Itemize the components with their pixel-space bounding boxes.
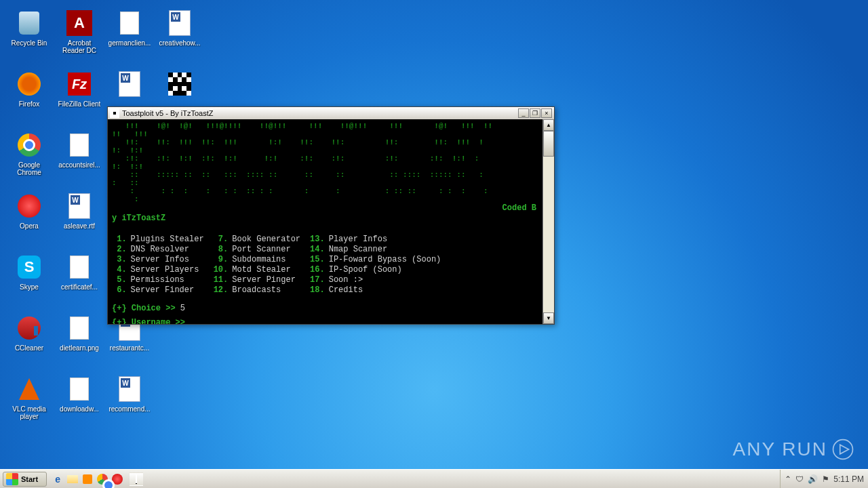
icon-filezilla[interactable]: FzFileZilla Client <box>54 68 104 129</box>
icon-firefox[interactable]: Firefox <box>4 68 54 129</box>
label: recommend... <box>108 405 150 413</box>
scroll-up-button[interactable]: ▲ <box>543 119 554 131</box>
menu-text: Server Finder <box>131 285 195 296</box>
menu-item: 1.Plugins Stealer <box>112 235 204 245</box>
choice-line: {+} Choice >> 5 <box>112 304 550 314</box>
scroll-thumb[interactable] <box>543 131 554 157</box>
ql-chrome[interactable] <box>96 472 109 486</box>
menu-text: DNS Resolver <box>131 245 189 255</box>
svg-marker-1 <box>840 445 849 454</box>
menu-text: Book Generator <box>232 235 300 245</box>
icon-vlc[interactable]: VLC media player <box>4 373 54 434</box>
ql-explorer[interactable] <box>66 472 79 486</box>
tray-flag-icon[interactable]: ⚑ <box>822 474 829 484</box>
menu-text: Nmap Scanner <box>329 245 387 255</box>
start-button[interactable]: Start <box>3 472 47 487</box>
file-icon <box>66 375 93 403</box>
menu-item: 16.IP-Spoof (Soon) <box>310 265 441 275</box>
label: dietlearn.png <box>60 344 99 352</box>
label: Skype <box>20 283 39 291</box>
scroll-track[interactable] <box>543 131 554 312</box>
play-icon <box>831 438 854 461</box>
file-icon <box>66 253 93 281</box>
menu-item: 6.Server Finder <box>112 285 204 296</box>
label: certificatef... <box>61 283 98 291</box>
menu-num: 10. <box>214 265 229 275</box>
watermark-text: ANY RUN <box>732 439 827 460</box>
ql-media[interactable] <box>81 472 94 486</box>
ql-ie[interactable]: e <box>51 472 64 486</box>
icon-creativehow[interactable]: creativehow... <box>155 7 205 68</box>
menu-item: 10.Motd Stealer <box>214 265 300 275</box>
icon-skype[interactable]: SSkype <box>4 251 54 312</box>
vlc-icon <box>16 375 43 403</box>
menu-text: Permissions <box>131 275 184 285</box>
firefox-icon <box>16 70 43 98</box>
ascii-art: !!! !@! !@! !!!@!!!! !!@!!! !!! !!@!!! !… <box>112 122 550 203</box>
acrobat-icon: A <box>66 9 93 37</box>
console-body[interactable]: !!! !@! !@! !!!@!!!! !!@!!! !!! !!@!!! !… <box>108 119 554 324</box>
menu-item: 12.Broadcasts <box>214 285 300 296</box>
scroll-down-button[interactable]: ▼ <box>543 312 554 324</box>
file-icon <box>116 9 143 37</box>
icon-opera[interactable]: Opera <box>4 190 54 251</box>
opera-icon <box>16 192 43 220</box>
username-line: {+} Username >> <box>112 318 550 324</box>
label: FileZilla Client <box>58 100 101 108</box>
tray-shield-icon[interactable]: 🛡 <box>795 474 804 484</box>
taskbar: Start e ⌃ 🛡 🔊 ⚑ 5:11 PM <box>0 469 868 488</box>
icon-ccleaner[interactable]: CCleaner <box>4 312 54 373</box>
menu-num: 17. <box>310 275 325 285</box>
icon-recommend[interactable]: recommend... <box>104 373 155 434</box>
maximize-button[interactable]: ❐ <box>530 108 540 118</box>
icon-downloadw[interactable]: downloadw... <box>54 373 104 434</box>
menu-num: 12. <box>214 285 229 296</box>
ccleaner-icon <box>16 314 43 342</box>
scrollbar[interactable]: ▲ ▼ <box>542 119 554 324</box>
windows-logo-icon <box>6 473 18 485</box>
icon-certificate[interactable]: certificatef... <box>54 251 104 312</box>
menu-num: 11. <box>214 275 229 285</box>
menu-item: 11.Server Pinger <box>214 275 300 285</box>
menu-text: Soon :> <box>329 275 363 285</box>
word-icon <box>166 9 193 37</box>
menu-item: 7.Book Generator <box>214 235 300 245</box>
menu-num: 16. <box>310 265 325 275</box>
author-tail: y iTzToastZ <box>112 214 550 224</box>
menu-text: Server Pinger <box>232 275 296 285</box>
icon-accounts[interactable]: accountsirel... <box>54 129 104 190</box>
menu-text: Broadcasts <box>232 285 281 296</box>
clock[interactable]: 5:11 PM <box>833 474 864 484</box>
icon-acrobat[interactable]: AAcrobat Reader DC <box>54 7 104 68</box>
menu-item: 4.Server Players <box>112 265 204 275</box>
icon-asleave[interactable]: asleave.rtf <box>54 190 104 251</box>
titlebar[interactable]: Toastploit v5 - By iTzToastZ _ ❐ × <box>108 107 554 119</box>
word-icon <box>116 375 143 403</box>
skype-icon: S <box>16 253 43 281</box>
close-button[interactable]: × <box>541 108 552 118</box>
label: Firefox <box>19 100 40 108</box>
icon-recycle-bin[interactable]: Recycle Bin <box>4 7 54 68</box>
invader-icon <box>166 70 193 98</box>
minimize-button[interactable]: _ <box>518 108 529 118</box>
ie-icon: e <box>55 474 60 485</box>
tray-volume-icon[interactable]: 🔊 <box>808 474 818 484</box>
app-icon <box>110 108 119 118</box>
menu-text: IP-Spoof (Soon) <box>329 265 402 275</box>
watermark: ANY RUN <box>732 438 854 461</box>
menu-item: 14.Nmap Scanner <box>310 245 441 255</box>
icon-dietlearn[interactable]: dietlearn.png <box>54 312 104 373</box>
menu-text: Plugins Stealer <box>131 235 204 245</box>
system-tray: ⌃ 🛡 🔊 ⚑ 5:11 PM <box>780 470 868 488</box>
icon-chrome[interactable]: Google Chrome <box>4 129 54 190</box>
label: Recycle Bin <box>12 39 47 47</box>
menu-num: 3. <box>112 255 127 265</box>
menu-num: 1. <box>112 235 127 245</box>
menu-item: 18.Credits <box>310 285 441 296</box>
window-title: Toastploit v5 - By iTzToastZ <box>122 109 214 117</box>
tray-expand-icon[interactable]: ⌃ <box>785 474 791 484</box>
icon-germanclien[interactable]: germanclien... <box>104 7 155 68</box>
task-toastploit[interactable] <box>130 472 143 486</box>
label: asleave.rtf <box>64 222 95 230</box>
menu-text: Server Players <box>131 265 199 275</box>
